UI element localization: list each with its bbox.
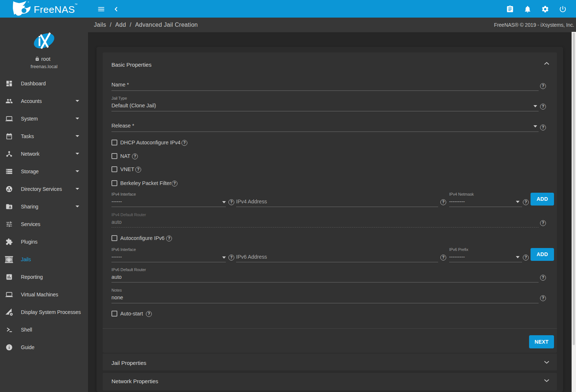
svg-text:™: ™ [74,3,77,6]
svg-text:FreeNAS: FreeNAS [34,4,75,15]
